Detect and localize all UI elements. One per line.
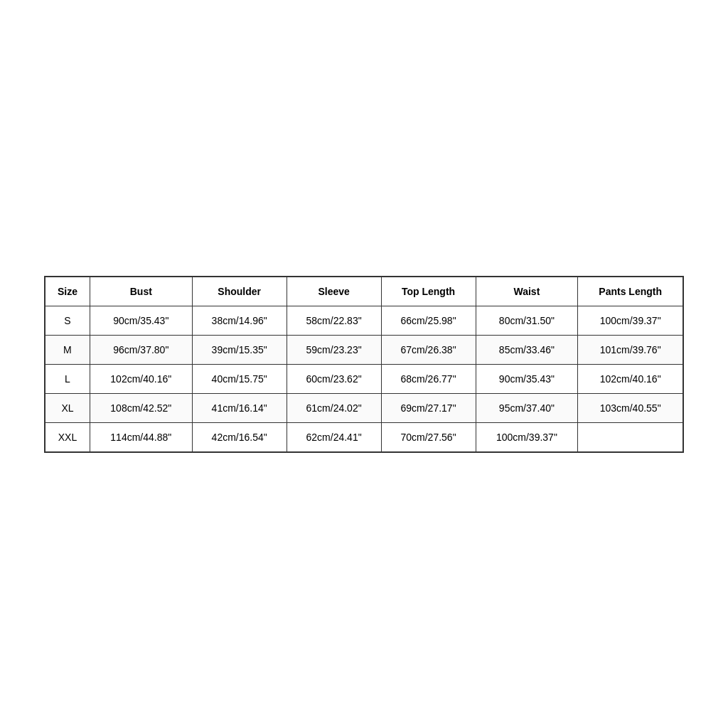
cell-sleeve: 60cm/23.62"	[287, 364, 381, 393]
table-row: XL108cm/42.52"41cm/16.14"61cm/24.02"69cm…	[46, 393, 683, 422]
header-sleeve: Sleeve	[287, 277, 381, 306]
cell-sleeve: 59cm/23.23"	[287, 335, 381, 364]
cell-waist: 90cm/35.43"	[476, 364, 578, 393]
table-row: S90cm/35.43"38cm/14.96"58cm/22.83"66cm/2…	[46, 306, 683, 335]
header-bust: Bust	[90, 277, 192, 306]
cell-top_length: 66cm/25.98"	[381, 306, 476, 335]
cell-bust: 114cm/44.88"	[90, 422, 192, 451]
cell-pants_length: 102cm/40.16"	[578, 364, 683, 393]
cell-shoulder: 38cm/14.96"	[192, 306, 287, 335]
header-pants-length: Pants Length	[578, 277, 683, 306]
cell-top_length: 68cm/26.77"	[381, 364, 476, 393]
cell-waist: 85cm/33.46"	[476, 335, 578, 364]
header-shoulder: Shoulder	[192, 277, 287, 306]
cell-top_length: 70cm/27.56"	[381, 422, 476, 451]
cell-size: XXL	[46, 422, 90, 451]
cell-size: L	[46, 364, 90, 393]
cell-bust: 102cm/40.16"	[90, 364, 192, 393]
cell-bust: 96cm/37.80"	[90, 335, 192, 364]
size-chart-container: Size Bust Shoulder Sleeve Top Length Wai…	[44, 276, 684, 453]
table-header-row: Size Bust Shoulder Sleeve Top Length Wai…	[46, 277, 683, 306]
table-row: L102cm/40.16"40cm/15.75"60cm/23.62"68cm/…	[46, 364, 683, 393]
cell-waist: 100cm/39.37"	[476, 422, 578, 451]
cell-top_length: 67cm/26.38"	[381, 335, 476, 364]
cell-shoulder: 42cm/16.54"	[192, 422, 287, 451]
cell-sleeve: 58cm/22.83"	[287, 306, 381, 335]
cell-shoulder: 41cm/16.14"	[192, 393, 287, 422]
table-row: XXL114cm/44.88"42cm/16.54"62cm/24.41"70c…	[46, 422, 683, 451]
cell-size: S	[46, 306, 90, 335]
cell-size: M	[46, 335, 90, 364]
header-top-length: Top Length	[381, 277, 476, 306]
cell-pants_length	[578, 422, 683, 451]
cell-top_length: 69cm/27.17"	[381, 393, 476, 422]
cell-waist: 80cm/31.50"	[476, 306, 578, 335]
cell-waist: 95cm/37.40"	[476, 393, 578, 422]
header-size: Size	[46, 277, 90, 306]
header-waist: Waist	[476, 277, 578, 306]
cell-sleeve: 62cm/24.41"	[287, 422, 381, 451]
table-row: M96cm/37.80"39cm/15.35"59cm/23.23"67cm/2…	[46, 335, 683, 364]
cell-shoulder: 39cm/15.35"	[192, 335, 287, 364]
cell-shoulder: 40cm/15.75"	[192, 364, 287, 393]
cell-size: XL	[46, 393, 90, 422]
cell-pants_length: 103cm/40.55"	[578, 393, 683, 422]
cell-bust: 90cm/35.43"	[90, 306, 192, 335]
size-chart-table: Size Bust Shoulder Sleeve Top Length Wai…	[45, 277, 683, 452]
cell-pants_length: 101cm/39.76"	[578, 335, 683, 364]
cell-pants_length: 100cm/39.37"	[578, 306, 683, 335]
cell-sleeve: 61cm/24.02"	[287, 393, 381, 422]
cell-bust: 108cm/42.52"	[90, 393, 192, 422]
